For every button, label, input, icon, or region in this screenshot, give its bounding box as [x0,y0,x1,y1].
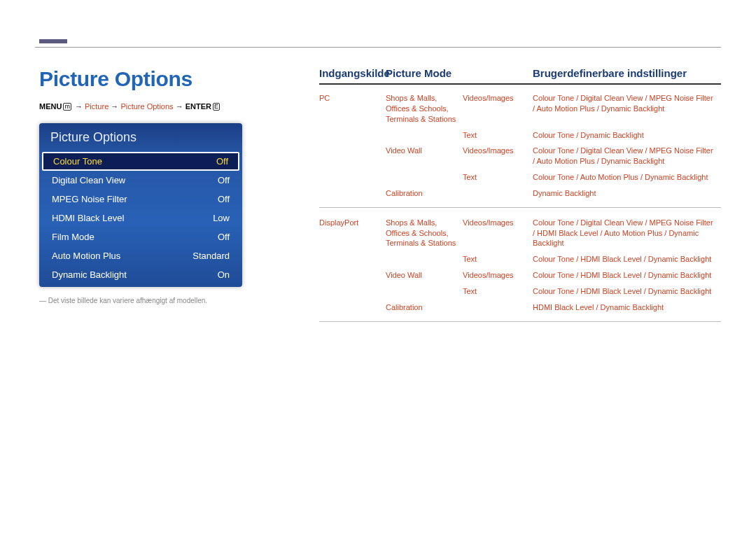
cell-source [319,130,386,141]
cell-mode2: Text [463,172,533,183]
cell-settings: Colour Tone / HDMI Black Level / Dynamic… [533,254,721,265]
page-title: Picture Options [39,67,305,91]
cell-mode2: Videos/Images [463,218,533,249]
cell-source [319,254,386,265]
picture-options-panel: Picture Options Colour ToneOffDigital Cl… [39,123,242,287]
cell-source: PC [319,93,386,125]
cell-source [319,302,386,313]
cell-settings: Colour Tone / Digital Clean View / MPEG … [533,146,721,167]
menu-row[interactable]: Digital Clean ViewOff [39,171,242,190]
table-header-source: Indgangskilde [319,67,386,79]
cell-settings: Colour Tone / Dynamic Backlight [533,130,721,141]
menu-row-label: Digital Clean View [52,175,125,185]
cell-mode2 [463,302,533,313]
cell-mode2: Text [463,254,533,265]
table-row: Video WallVideos/ImagesColour Tone / Dig… [319,143,721,169]
breadcrumb-arrow: → [75,102,83,111]
cell-mode2: Videos/Images [463,146,533,167]
table-row: TextColour Tone / Dynamic Backlight [319,127,721,143]
cell-source [319,270,386,281]
cell-mode1 [386,254,463,265]
cell-mode1: Calibration [386,188,463,199]
breadcrumb-arrow: → [111,102,118,111]
breadcrumb-item: Picture Options [120,102,173,111]
cell-settings: Dynamic Backlight [533,188,721,199]
menu-row-value: Off [216,156,228,167]
breadcrumb: MENUm → Picture → Picture Options → ENTE… [39,102,305,111]
header-accent-bar [39,39,67,43]
cell-settings: Colour Tone / Digital Clean View / MPEG … [533,218,721,249]
cell-mode1: Shops & Malls, Offices & Schools, Termin… [386,93,463,125]
cell-mode1 [386,172,463,183]
cell-source [319,286,386,297]
table-row: TextColour Tone / Auto Motion Plus / Dyn… [319,169,721,185]
menu-row-label: Film Mode [52,232,94,242]
cell-mode2: Text [463,286,533,297]
cell-source [319,188,386,199]
menu-row-value: On [218,269,230,280]
cell-mode2 [463,188,533,199]
cell-settings: Colour Tone / Auto Motion Plus / Dynamic… [533,172,721,183]
menu-row-label: Colour Tone [53,156,102,167]
cell-mode2: Text [463,130,533,141]
breadcrumb-arrow: → [176,102,183,111]
table-header-settings: Brugerdefinerbare indstillinger [533,67,721,79]
menu-row-label: MPEG Noise Filter [52,194,127,204]
table-row: CalibrationHDMI Black Level / Dynamic Ba… [319,300,721,316]
breadcrumb-item: Picture [85,102,108,111]
table-row: CalibrationDynamic Backlight [319,185,721,202]
header-rule [35,47,721,48]
cell-mode1 [386,286,463,297]
panel-header: Picture Options [39,123,242,152]
menu-row-label: Auto Motion Plus [52,251,120,261]
menu-icon: m [63,103,71,111]
cell-mode1: Calibration [386,302,463,313]
cell-mode2: Videos/Images [463,93,533,125]
cell-settings: Colour Tone / HDMI Black Level / Dynamic… [533,270,721,281]
menu-row[interactable]: HDMI Black LevelLow [39,209,242,227]
table-row: Video WallVideos/ImagesColour Tone / HDM… [319,267,721,283]
table-row: TextColour Tone / HDMI Black Level / Dyn… [319,283,721,300]
table-header-row: Indgangskilde Picture Mode Brugerdefiner… [319,67,721,85]
cell-source [319,146,386,167]
menu-row-value: Low [213,213,230,223]
cell-settings: Colour Tone / HDMI Black Level / Dynamic… [533,286,721,297]
footnote: ― Det viste billede kan variere afhængig… [39,297,305,304]
table-row: PCShops & Malls, Offices & Schools, Term… [319,90,721,127]
menu-row[interactable]: Colour ToneOff [42,152,239,171]
cell-mode1: Video Wall [386,146,463,167]
cell-source [319,172,386,183]
table-section-rule [319,321,721,322]
menu-row-label: Dynamic Backlight [52,269,127,280]
cell-mode1 [386,130,463,141]
cell-mode1: Video Wall [386,270,463,281]
cell-settings: HDMI Black Level / Dynamic Backlight [533,302,721,313]
cell-mode2: Videos/Images [463,270,533,281]
menu-row[interactable]: Auto Motion PlusStandard [39,246,242,265]
table-row: DisplayPortShops & Malls, Offices & Scho… [319,215,721,252]
menu-row-value: Off [218,232,230,242]
menu-row[interactable]: Dynamic BacklightOn [39,265,242,287]
breadcrumb-menu: MENU [39,102,62,111]
table-section-rule [319,207,721,208]
table-row: TextColour Tone / HDMI Black Level / Dyn… [319,251,721,267]
menu-row-value: Off [218,194,230,204]
menu-row[interactable]: Film ModeOff [39,227,242,246]
menu-row-value: Standard [192,251,230,261]
menu-row-label: HDMI Black Level [52,213,124,223]
breadcrumb-enter: ENTER [186,102,211,111]
menu-row[interactable]: MPEG Noise FilterOff [39,190,242,209]
cell-mode1: Shops & Malls, Offices & Schools, Termin… [386,218,463,249]
table-header-mode: Picture Mode [386,67,533,79]
cell-source: DisplayPort [319,218,386,249]
enter-icon: E [213,103,220,111]
cell-settings: Colour Tone / Digital Clean View / MPEG … [533,93,721,125]
menu-row-value: Off [218,175,230,185]
